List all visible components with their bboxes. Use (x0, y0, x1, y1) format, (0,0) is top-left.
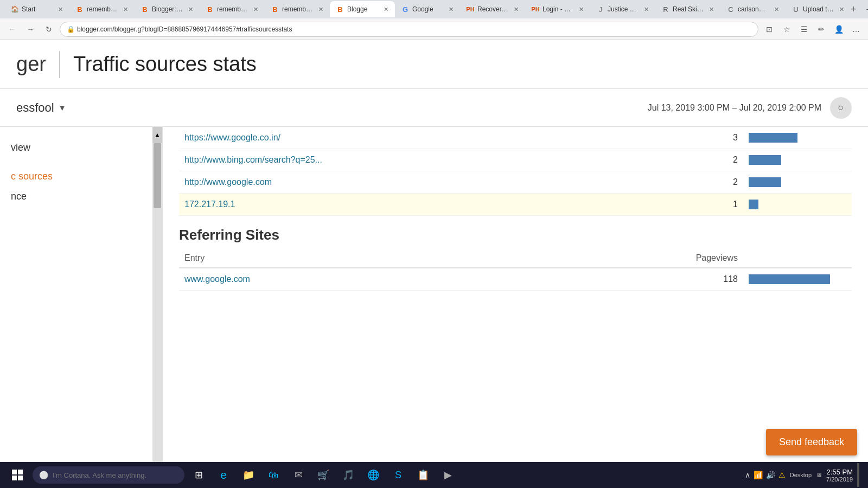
share-icon[interactable]: 👤 (831, 22, 846, 37)
cortana-search[interactable]: ⚪ (33, 466, 184, 484)
pageviews-cell-highlighted: 1 (690, 194, 743, 216)
clock-date: 7/20/2019 (826, 476, 853, 483)
clock[interactable]: 2:55 PM 7/20/2019 (826, 468, 853, 483)
back-button[interactable]: ← (4, 22, 20, 37)
tab-favicon-ph2: PH (532, 5, 539, 13)
windows-icon (12, 470, 23, 480)
tab-label-rs: Real SkillW (673, 5, 704, 13)
tab-rememberl1[interactable]: B rememberl ✕ (69, 1, 135, 17)
tab-close-br[interactable]: ✕ (188, 6, 193, 13)
tab-blogge[interactable]: B Blogge ✕ (330, 1, 395, 17)
sidebar-item-2[interactable] (11, 158, 162, 166)
cortana-input[interactable] (53, 471, 161, 479)
desktop-display-icon[interactable]: 🖥 (816, 472, 822, 478)
forward-button[interactable]: → (23, 22, 38, 37)
tab-close-r1[interactable]: ✕ (123, 6, 128, 13)
tab-label-carl: carlsonn13 (738, 5, 769, 13)
tab-close-rs[interactable]: ✕ (709, 6, 714, 13)
tab-close-start[interactable]: ✕ (58, 6, 63, 13)
tab-label-start: Start (22, 5, 53, 13)
speaker-icon[interactable]: 🔊 (766, 471, 775, 479)
reload-button[interactable]: ↻ (41, 22, 56, 37)
entry-link-highlighted[interactable]: 172.217.19.1 (184, 200, 235, 209)
task-view-button[interactable]: ⊞ (187, 463, 210, 487)
send-feedback-button[interactable]: Send feedback (766, 429, 857, 455)
app7-button[interactable]: 🌐 (361, 463, 385, 487)
tab-favicon-j: J (597, 5, 604, 13)
clock-time: 2:55 PM (826, 468, 853, 476)
skype-button[interactable]: S (386, 463, 410, 487)
entry-link[interactable]: http://www.bing.com/search?q=25... (184, 155, 322, 164)
entry-link[interactable]: www.google.com (184, 274, 250, 284)
tab-start[interactable]: 🏠 Start ✕ (4, 1, 69, 17)
content-area: https://www.google.co.in/ 3 (163, 127, 868, 488)
bar-highlighted (749, 200, 758, 209)
warning-icon[interactable]: ⚠ (778, 471, 786, 479)
tab-rememberl2[interactable]: B rememberl ✕ (200, 1, 265, 17)
bar-cell (743, 171, 852, 194)
tab-close-upload[interactable]: ✕ (839, 6, 844, 13)
sidebar: ▲ view c sources nce (0, 127, 163, 488)
explorer-button[interactable]: 📁 (237, 463, 260, 487)
tab-recover[interactable]: PH Recover Us ✕ (460, 1, 525, 17)
sidebar-item-view[interactable]: view (11, 138, 162, 158)
tab-close-login[interactable]: ✕ (579, 6, 584, 13)
app6-button[interactable]: 🎵 (336, 463, 360, 487)
tab-blogger-re[interactable]: B Blogger: re ✕ (135, 1, 200, 17)
reading-mode-icon[interactable]: ⊡ (762, 22, 777, 37)
app9-button[interactable]: 📋 (411, 463, 435, 487)
table-row: http://www.google.com 2 (179, 171, 852, 194)
tab-realskill[interactable]: R Real SkillW ✕ (655, 1, 720, 17)
favorite-icon[interactable]: ☆ (779, 22, 794, 37)
sidebar-item-nce[interactable]: nce (11, 187, 162, 207)
entry-link[interactable]: https://www.google.co.in/ (184, 133, 280, 142)
tab-close-g[interactable]: ✕ (449, 6, 454, 13)
tab-justice[interactable]: J Justice Dea ✕ (590, 1, 655, 17)
tab-close-ri[interactable]: ✕ (318, 6, 323, 13)
mail-button[interactable]: ✉ (286, 463, 310, 487)
bar-column-header (743, 249, 852, 268)
sidebar-item-sources[interactable]: c sources (11, 166, 162, 187)
action-button[interactable]: ○ (830, 97, 852, 119)
tab-favicon-r: R (662, 5, 669, 13)
address-input[interactable]: 🔒 blogger.com/blogger.g?blogID=886885796… (60, 22, 758, 37)
start-button[interactable] (4, 462, 30, 488)
search-engines-section: https://www.google.co.in/ 3 (163, 127, 868, 301)
entry-cell-highlighted: 172.217.19.1 (179, 194, 690, 216)
more-icon[interactable]: … (848, 22, 864, 37)
entry-link[interactable]: http://www.google.com (184, 177, 272, 187)
tab-close-bg[interactable]: ✕ (384, 6, 388, 13)
minimize-button[interactable]: ─ (857, 0, 868, 18)
main-layout: ▲ view c sources nce (0, 127, 868, 488)
steam-button[interactable]: ▶ (436, 463, 460, 487)
tab-close-rec[interactable]: ✕ (514, 6, 519, 13)
tab-close-justice[interactable]: ✕ (644, 6, 649, 13)
sidebar-scrollbar[interactable] (152, 143, 162, 472)
sidebar-scroll-up[interactable]: ▲ (152, 127, 162, 143)
tab-favicon-b2: B (141, 5, 149, 13)
tray-icons: ∧ 📶 🔊 ⚠ (745, 471, 786, 479)
show-desktop-button[interactable] (857, 463, 859, 487)
blog-dropdown-icon[interactable]: ▼ (59, 104, 66, 112)
tab-close-carl[interactable]: ✕ (774, 6, 779, 13)
bar (749, 177, 781, 187)
tab-close-r2[interactable]: ✕ (253, 6, 258, 13)
amazon-button[interactable]: 🛒 (311, 463, 335, 487)
tab-google[interactable]: G Google ✕ (395, 1, 460, 17)
tab-login[interactable]: PH Login - Fre ✕ (525, 1, 590, 17)
tab-upload[interactable]: U Upload to li ✕ (786, 1, 851, 17)
hub-icon[interactable]: ☰ (796, 22, 812, 37)
tab-carlsonn[interactable]: C carlsonn13 ✕ (720, 1, 786, 17)
bar-cell (743, 268, 852, 291)
show-hidden-icon[interactable]: ∧ (745, 471, 750, 479)
bar-cell (743, 149, 852, 171)
store-button[interactable]: 🛍 (261, 463, 285, 487)
web-notes-icon[interactable]: ✏ (814, 22, 829, 37)
tab-label-r2: rememberl (217, 5, 248, 13)
tab-rememberi[interactable]: B rememberi ✕ (265, 1, 330, 17)
network-icon[interactable]: 📶 (754, 471, 763, 479)
browser-frame: 🏠 Start ✕ B rememberl ✕ B Blogger: re ✕ … (0, 0, 868, 488)
bar-container (749, 132, 852, 143)
new-tab-button[interactable]: + (851, 2, 857, 17)
edge-button[interactable]: e (212, 463, 235, 487)
